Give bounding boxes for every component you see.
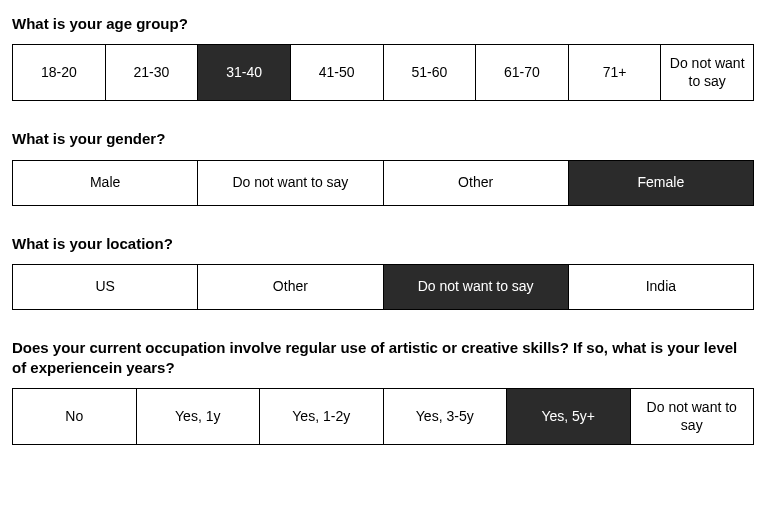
question-text: Does your current occupation involve reg…	[12, 338, 754, 379]
option-cell[interactable]: 71+	[569, 45, 662, 100]
question-block: Does your current occupation involve reg…	[12, 338, 754, 446]
option-cell[interactable]: Yes, 1y	[137, 389, 261, 444]
question-text: What is your gender?	[12, 129, 754, 149]
option-cell[interactable]: Male	[13, 161, 198, 205]
option-cell[interactable]: Other	[198, 265, 383, 309]
option-cell[interactable]: No	[13, 389, 137, 444]
option-cell[interactable]: 41-50	[291, 45, 384, 100]
survey-form: What is your age group?18-2021-3031-4041…	[12, 14, 754, 445]
option-cell[interactable]: 61-70	[476, 45, 569, 100]
option-cell[interactable]: Do not want to say	[631, 389, 754, 444]
option-cell[interactable]: 31-40	[198, 45, 291, 100]
question-text: What is your location?	[12, 234, 754, 254]
question-block: What is your gender?MaleDo not want to s…	[12, 129, 754, 205]
option-cell[interactable]: Do not want to say	[661, 45, 753, 100]
option-cell[interactable]: 18-20	[13, 45, 106, 100]
option-cell[interactable]: Do not want to say	[384, 265, 569, 309]
question-text: What is your age group?	[12, 14, 754, 34]
option-row: NoYes, 1yYes, 1-2yYes, 3-5yYes, 5y+Do no…	[12, 388, 754, 445]
option-cell[interactable]: Other	[384, 161, 569, 205]
option-cell[interactable]: 51-60	[384, 45, 477, 100]
option-row: MaleDo not want to sayOtherFemale	[12, 160, 754, 206]
option-row: USOtherDo not want to sayIndia	[12, 264, 754, 310]
option-cell[interactable]: 21-30	[106, 45, 199, 100]
question-block: What is your age group?18-2021-3031-4041…	[12, 14, 754, 101]
option-cell[interactable]: India	[569, 265, 753, 309]
option-cell[interactable]: US	[13, 265, 198, 309]
question-block: What is your location?USOtherDo not want…	[12, 234, 754, 310]
option-cell[interactable]: Do not want to say	[198, 161, 383, 205]
option-cell[interactable]: Yes, 3-5y	[384, 389, 508, 444]
option-cell[interactable]: Yes, 5y+	[507, 389, 631, 444]
option-row: 18-2021-3031-4041-5051-6061-7071+Do not …	[12, 44, 754, 101]
option-cell[interactable]: Female	[569, 161, 753, 205]
option-cell[interactable]: Yes, 1-2y	[260, 389, 384, 444]
